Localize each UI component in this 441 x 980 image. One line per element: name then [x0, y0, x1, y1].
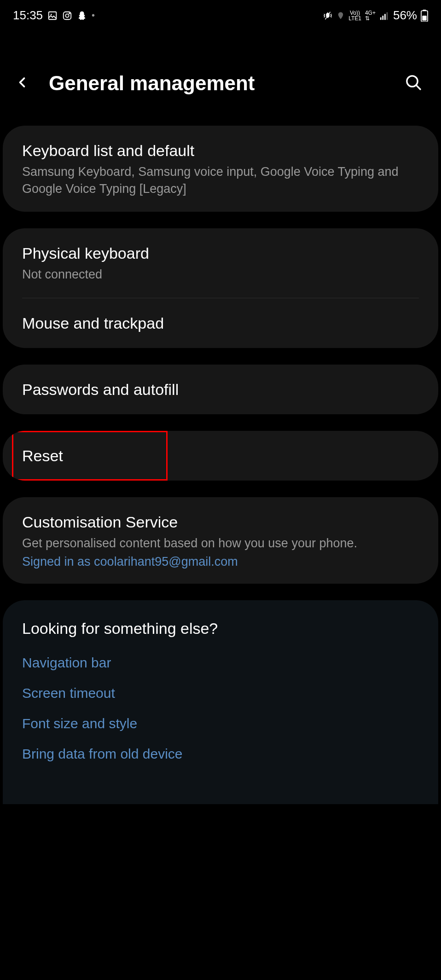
- page-title: General management: [49, 72, 386, 95]
- search-button[interactable]: [400, 69, 427, 98]
- keyboard-list-sub: Samsung Keyboard, Samsung voice input, G…: [22, 163, 419, 197]
- keyboard-list-title: Keyboard list and default: [22, 140, 419, 161]
- mouse-trackpad-item[interactable]: Mouse and trackpad: [3, 298, 438, 348]
- physical-keyboard-item[interactable]: Physical keyboard Not connected: [3, 228, 438, 298]
- keyboard-card: Keyboard list and default Samsung Keyboa…: [3, 126, 438, 212]
- instagram-icon: [62, 11, 72, 21]
- page-header: General management: [0, 27, 441, 126]
- physical-keyboard-sub: Not connected: [22, 266, 419, 283]
- passwords-card: Passwords and autofill: [3, 365, 438, 414]
- customisation-title: Customisation Service: [22, 512, 419, 532]
- volte-icon: Vo))LTE1: [348, 10, 361, 21]
- svg-rect-11: [422, 16, 426, 21]
- input-devices-card: Physical keyboard Not connected Mouse an…: [3, 228, 438, 348]
- link-bring-data[interactable]: Bring data from old device: [22, 746, 419, 762]
- looking-title: Looking for something else?: [22, 620, 419, 638]
- svg-rect-8: [387, 12, 388, 19]
- battery-icon: [421, 10, 428, 22]
- link-font-size-style[interactable]: Font size and style: [22, 716, 419, 731]
- network-4g-icon: 4G+⇅: [365, 10, 376, 21]
- svg-point-3: [65, 14, 69, 17]
- reset-title: Reset: [22, 446, 419, 466]
- keyboard-list-item[interactable]: Keyboard list and default Samsung Keyboa…: [3, 126, 438, 212]
- gallery-icon: [47, 11, 58, 21]
- customisation-card: Customisation Service Get personalised c…: [3, 497, 438, 584]
- svg-point-4: [69, 13, 70, 14]
- snapchat-icon: [77, 11, 87, 21]
- back-button[interactable]: [9, 70, 35, 97]
- svg-rect-7: [384, 14, 386, 20]
- customisation-sub: Get personalised content based on how yo…: [22, 535, 419, 551]
- vibrate-icon: [323, 11, 333, 21]
- reset-card: Reset: [3, 431, 438, 481]
- link-screen-timeout[interactable]: Screen timeout: [22, 685, 419, 701]
- status-time: 15:35: [13, 8, 43, 23]
- svg-line-13: [417, 86, 420, 89]
- svg-rect-6: [382, 16, 383, 20]
- dot-icon: •: [92, 10, 95, 21]
- link-navigation-bar[interactable]: Navigation bar: [22, 655, 419, 671]
- reset-item[interactable]: Reset: [3, 431, 438, 481]
- svg-rect-5: [380, 17, 382, 19]
- passwords-autofill-title: Passwords and autofill: [22, 379, 419, 400]
- customisation-signed-in: Signed in as coolarihant95@gmail.com: [22, 555, 419, 569]
- signal-icon: [379, 11, 389, 21]
- customisation-item[interactable]: Customisation Service Get personalised c…: [3, 497, 438, 584]
- svg-point-1: [51, 13, 52, 15]
- location-icon: [337, 11, 345, 21]
- svg-rect-0: [49, 12, 57, 19]
- looking-card: Looking for something else? Navigation b…: [3, 600, 438, 804]
- status-left: 15:35 •: [13, 8, 95, 23]
- battery-percent: 56%: [393, 8, 417, 23]
- mouse-trackpad-title: Mouse and trackpad: [22, 313, 419, 333]
- status-bar: 15:35 • Vo))LTE1 4G+⇅ 56%: [0, 0, 441, 27]
- passwords-autofill-item[interactable]: Passwords and autofill: [3, 365, 438, 414]
- status-right: Vo))LTE1 4G+⇅ 56%: [323, 8, 428, 23]
- physical-keyboard-title: Physical keyboard: [22, 243, 419, 263]
